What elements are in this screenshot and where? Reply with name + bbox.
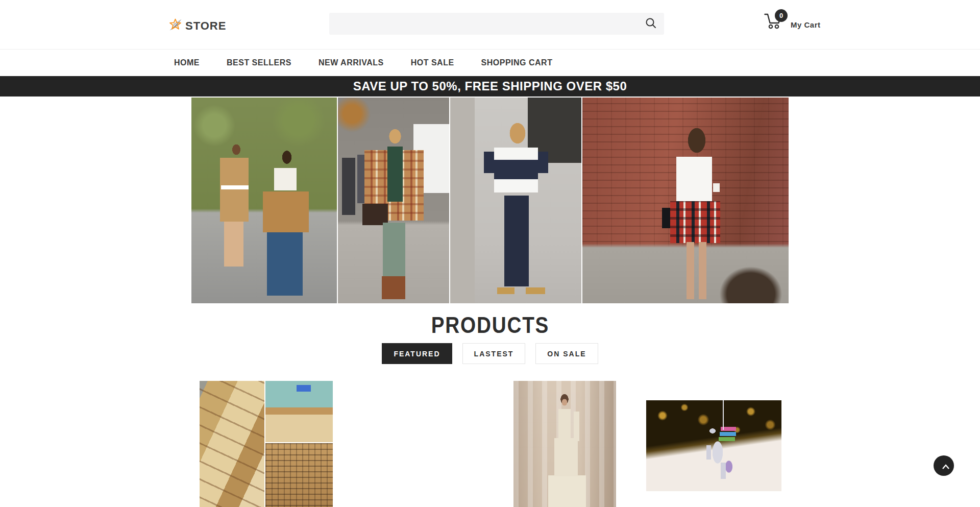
main-nav: HOME BEST SELLERS NEW ARRIVALS HOT SALE …	[0, 50, 980, 76]
nav-item-new-arrivals[interactable]: NEW ARRIVALS	[318, 58, 384, 67]
product-image-guinea-pig-cage	[200, 381, 333, 507]
star-icon	[167, 17, 183, 35]
product-card-empty	[341, 381, 491, 507]
nav-item-hot-sale[interactable]: HOT SALE	[411, 58, 454, 67]
hero-photo-street-style-4	[582, 98, 789, 303]
search-input[interactable]	[329, 13, 638, 35]
hero-photo-street-style-1	[191, 98, 337, 303]
filter-lastest-button[interactable]: LASTEST	[462, 343, 526, 364]
nav-item-home[interactable]: HOME	[174, 58, 200, 67]
cart-label: My Cart	[791, 20, 821, 31]
product-card-lace-gown[interactable]	[490, 381, 640, 507]
promo-banner: SAVE UP TO 50%, FREE SHIPPING OVER $50	[0, 76, 980, 96]
nav-item-best-sellers[interactable]: BEST SELLERS	[227, 58, 291, 67]
search-button[interactable]	[638, 13, 664, 35]
search-bar	[329, 13, 664, 35]
store-logo[interactable]: STORE	[167, 17, 226, 35]
product-image-lace-gown	[513, 381, 616, 507]
cart-count-badge: 0	[775, 9, 788, 22]
scroll-to-top-button[interactable]	[934, 455, 954, 476]
hero-photo-street-style-3	[450, 98, 581, 303]
nav-item-shopping-cart[interactable]: SHOPPING CART	[481, 58, 553, 67]
search-icon	[645, 17, 657, 31]
store-logo-text: STORE	[185, 19, 226, 33]
my-cart-button[interactable]: 0 My Cart	[763, 11, 821, 31]
filter-on-sale-button[interactable]: ON SALE	[535, 343, 598, 364]
promo-banner-text: SAVE UP TO 50%, FREE SHIPPING OVER $50	[353, 79, 627, 93]
storefront-page: STORE 0 My C	[0, 0, 980, 507]
product-image-unicorn-pendant	[646, 400, 781, 491]
product-grid	[191, 381, 789, 507]
chevron-up-icon	[939, 461, 949, 471]
products-title-text: PRODUCTS	[431, 312, 549, 338]
filter-featured-button[interactable]: FEATURED	[382, 343, 452, 364]
products-section-title: PRODUCTS	[0, 312, 980, 338]
product-card-unicorn-pendant[interactable]	[640, 381, 789, 507]
product-filters: FEATURED LASTEST ON SALE	[0, 343, 980, 364]
cart-icon: 0	[763, 11, 786, 31]
hero-image-strip	[191, 98, 789, 303]
product-card-guinea-pig-cage[interactable]	[191, 381, 341, 507]
header: STORE 0 My C	[0, 0, 980, 50]
hero-photo-street-style-2	[338, 98, 449, 303]
